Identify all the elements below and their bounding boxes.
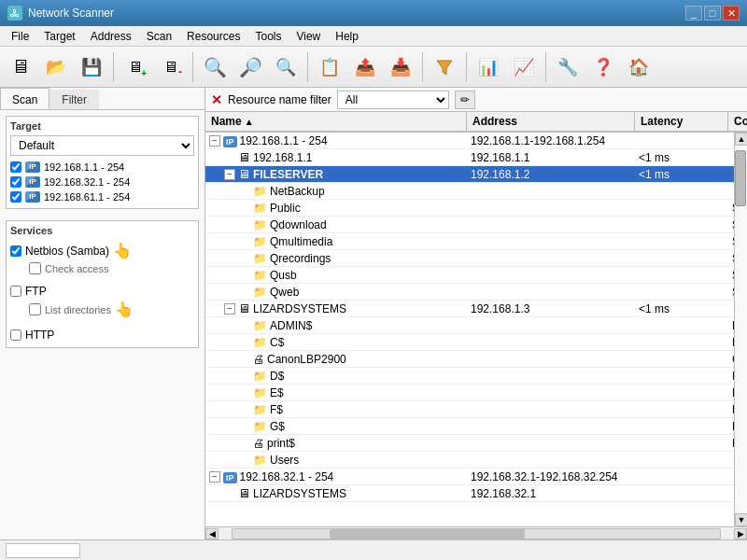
menu-file[interactable]: File [4, 28, 36, 45]
menu-resources[interactable]: Resources [179, 28, 247, 45]
table-row[interactable]: 📁QmultimediaSystem default share [205, 233, 734, 250]
filter-select[interactable]: All Custom [337, 91, 449, 109]
toolbar-add-target-btn[interactable]: 🖥 + [119, 50, 152, 84]
tab-scan[interactable]: Scan [0, 88, 49, 109]
toolbar-import-btn[interactable]: 📥 [384, 50, 417, 84]
h-scroll-right[interactable]: ▶ [734, 528, 747, 539]
expand-btn[interactable]: − [209, 135, 220, 147]
folder-icon: 📁 [253, 319, 267, 332]
results-header: Name ▲ Address Latency Comment [205, 112, 747, 133]
range-checkbox-1[interactable] [10, 176, 21, 188]
menu-scan[interactable]: Scan [139, 28, 179, 45]
folder-icon: 📁 [253, 420, 267, 433]
left-panel: Scan Filter Target Default IP 192.168.1.… [0, 88, 205, 539]
row-address: 192.168.1.1-192.168.1.254 [467, 133, 635, 148]
netbios-checkbox[interactable] [10, 245, 21, 257]
table-row[interactable]: 📁Users [205, 452, 734, 469]
table-row[interactable]: 📁PublicSystem default share [205, 200, 734, 217]
v-scroll-track[interactable] [735, 146, 747, 513]
toolbar-filter-btn[interactable] [428, 50, 461, 84]
table-row[interactable]: −🖥LIZARDSYSTEMS192.168.1.3<1 ms [205, 301, 734, 317]
table-row[interactable]: 📁E$Default share [205, 385, 734, 401]
toolbar-scan2-btn[interactable]: 🔎 [233, 50, 267, 84]
menu-address[interactable]: Address [83, 28, 139, 45]
menu-target[interactable]: Target [36, 28, 82, 45]
toolbar-open-btn[interactable]: 📂 [39, 50, 73, 84]
table-row[interactable]: 📁NetBackup [205, 183, 734, 200]
row-address [467, 217, 635, 232]
menu-view[interactable]: View [289, 28, 328, 45]
toolbar-remove-target-btn[interactable]: 🖥 - [154, 50, 188, 84]
table-row[interactable]: 🖥192.168.1.1192.168.1.1<1 ms [205, 149, 734, 166]
ftp-checkbox[interactable] [10, 286, 21, 297]
sort-arrow-name: ▲ [245, 117, 254, 127]
filter-clear-btn[interactable]: ✕ [211, 92, 222, 107]
range-checkbox-2[interactable] [10, 191, 21, 203]
v-scroll-down[interactable]: ▼ [735, 513, 747, 526]
table-row[interactable]: 📁ADMIN$Remote Admin [205, 317, 734, 334]
range-checkbox-0[interactable] [10, 161, 21, 173]
toolbar-export-btn[interactable]: 📤 [348, 50, 382, 84]
table-row[interactable]: 📁QrecordingsSystem default share [205, 250, 734, 267]
table-row[interactable]: 🖨CanonLBP2900Canon LBP2900 [205, 351, 734, 368]
h-scroll-left[interactable]: ◀ [205, 528, 218, 539]
close-button[interactable]: ✕ [723, 6, 740, 21]
table-row[interactable]: 📁QusbSystem default share [205, 267, 734, 284]
row-latency: <1 ms [635, 166, 728, 182]
col-header-name[interactable]: Name ▲ [205, 112, 467, 131]
table-row[interactable]: 📁QwebSystem default share [205, 284, 734, 301]
check-access-item: Check access [10, 261, 194, 275]
maximize-button[interactable]: □ [704, 6, 721, 21]
computer-icon: 🖥 [238, 150, 250, 164]
toolbar-book-btn[interactable]: 📋 [313, 50, 346, 84]
row-name-label: Qweb [270, 286, 299, 299]
table-row[interactable]: 🖨print$Printer Drivers [205, 435, 734, 452]
range-item-0: IP 192.168.1.1 - 254 [10, 160, 194, 175]
v-scroll-up[interactable]: ▲ [735, 133, 747, 146]
toolbar-home-btn[interactable]: 🏠 [622, 50, 655, 84]
tab-filter[interactable]: Filter [49, 90, 99, 109]
v-scroll-thumb[interactable] [735, 150, 746, 206]
ftp-label: FTP [25, 285, 47, 298]
http-checkbox[interactable] [10, 329, 21, 341]
table-row[interactable]: 📁G$Default share [205, 418, 734, 435]
table-row[interactable]: 📁C$Default share [205, 334, 734, 351]
table-row[interactable]: −IP192.168.32.1 - 254192.168.32.1-192.16… [205, 469, 734, 485]
menu-help[interactable]: Help [328, 28, 366, 45]
toolbar-save-btn[interactable]: 💾 [75, 50, 108, 84]
expand-btn[interactable]: − [209, 471, 220, 483]
table-row[interactable]: 📁F$Default share [205, 401, 734, 418]
folder-icon: 📁 [253, 218, 267, 231]
table-row[interactable]: −🖥FILESERVER192.168.1.2<1 ms [205, 166, 734, 183]
list-dirs-checkbox[interactable] [29, 303, 41, 315]
expand-btn[interactable]: − [224, 303, 235, 315]
toolbar-help-btn[interactable]: ❓ [586, 50, 620, 84]
h-scrollbar-thumb[interactable] [330, 529, 525, 539]
table-row[interactable]: 🖥LIZARDSYSTEMS192.168.32.1 [205, 485, 734, 502]
toolbar-props1-btn[interactable]: 📊 [472, 50, 505, 84]
expand-btn[interactable]: − [224, 169, 235, 180]
toolbar-resolve-btn[interactable]: 🔍 [269, 50, 303, 84]
check-access-label: Check access [45, 263, 108, 274]
toolbar-props2-btn[interactable]: 📈 [507, 50, 541, 84]
row-address [467, 267, 635, 283]
toolbar-tools-btn[interactable]: 🔧 [551, 50, 585, 84]
table-row[interactable]: 📁D$Default share [205, 368, 734, 385]
minimize-button[interactable]: _ [685, 6, 702, 21]
col-header-latency[interactable]: Latency [635, 112, 728, 131]
toolbar-scan-btn[interactable]: 🔍 [198, 50, 232, 84]
results-body: −IP192.168.1.1 - 254192.168.1.1-192.168.… [205, 133, 734, 526]
check-access-checkbox[interactable] [29, 262, 41, 274]
titlebar-left: 🖧 Network Scanner [7, 6, 114, 21]
menu-tools[interactable]: Tools [247, 28, 289, 45]
h-scrollbar[interactable] [232, 528, 721, 539]
filter-edit-btn[interactable]: ✏ [455, 91, 475, 109]
target-dropdown[interactable]: Default [10, 135, 194, 156]
col-header-comment[interactable]: Comment [728, 112, 747, 131]
toolbar-new-btn[interactable]: 🖥 [4, 50, 37, 84]
toolbar-sep-5 [466, 52, 467, 82]
v-scrollbar[interactable]: ▲ ▼ [734, 133, 747, 526]
table-row[interactable]: −IP192.168.1.1 - 254192.168.1.1-192.168.… [205, 133, 734, 149]
col-header-address[interactable]: Address [467, 112, 635, 131]
table-row[interactable]: 📁QdownloadSystem default share [205, 217, 734, 233]
